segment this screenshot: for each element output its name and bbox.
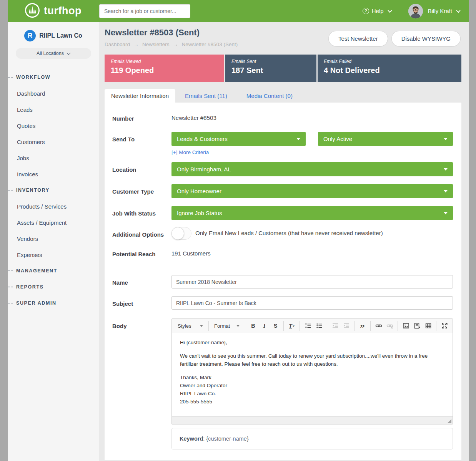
company-name: RIIPL Lawn Co — [39, 32, 82, 39]
sidebar-item-dashboard[interactable]: Dashboard — [8, 85, 99, 101]
stat-emails-viewed: Emails Viewed 119 Opened — [105, 55, 224, 82]
breadcrumb-newsletters[interactable]: Newsletters — [142, 41, 170, 47]
stat-value: 187 Sent — [231, 66, 310, 75]
potential-reach-label: Potential Reach — [112, 250, 171, 258]
sidebar-item-expenses[interactable]: Expenses — [8, 247, 99, 263]
new-leads-only-toggle[interactable] — [171, 227, 191, 240]
send-to-select[interactable]: Leads & Customers — [171, 132, 306, 146]
tab-media-content[interactable]: Media Content (0) — [237, 89, 302, 103]
numbered-list-icon[interactable] — [303, 321, 313, 331]
caret-down-icon — [444, 212, 448, 214]
format-dropdown[interactable]: Format — [211, 321, 243, 331]
italic-icon[interactable]: I — [260, 321, 269, 331]
right-gutter — [469, 0, 476, 461]
breadcrumb-dashboard[interactable]: Dashboard — [105, 41, 130, 47]
disable-wysiwyg-button[interactable]: Disable WYSIWYG — [391, 31, 461, 46]
maximize-icon[interactable] — [439, 321, 449, 331]
outdent-icon[interactable] — [330, 321, 340, 331]
body-label: Body — [112, 318, 171, 425]
sidebar-item-products-services[interactable]: Products / Services — [8, 198, 99, 214]
remove-format-icon[interactable]: Tx — [287, 321, 296, 331]
blockquote-icon[interactable]: ” — [358, 321, 367, 331]
job-status-label: Job With Status — [112, 206, 171, 220]
insert-template-icon[interactable] — [412, 321, 422, 331]
caret-down-icon — [444, 168, 448, 171]
resize-handle[interactable] — [448, 419, 451, 423]
editor-body[interactable]: Hi {customer-name}, We can't wait to see… — [172, 333, 453, 416]
user-chevron-down-icon[interactable] — [456, 8, 460, 12]
main-content: Newsletter #8503 (Sent) Dashboard → News… — [99, 22, 469, 461]
global-search-input[interactable] — [99, 4, 190, 18]
number-value: Newsletter #8503 — [171, 114, 453, 123]
user-name[interactable]: Billy Kraft — [428, 8, 452, 14]
send-to-label: Send To — [112, 132, 171, 146]
customer-type-select[interactable]: Only Homeowner — [171, 184, 453, 198]
nav-section-super-admin[interactable]: SUPER ADMIN — [8, 295, 99, 311]
stat-label: Emails Failed — [324, 59, 455, 64]
unlink-icon[interactable] — [385, 321, 394, 331]
caret-down-icon — [296, 138, 300, 140]
caret-down-icon — [444, 190, 448, 192]
format-dropdown-label: Format — [214, 323, 230, 329]
active-filter-select[interactable]: Only Active — [318, 132, 453, 146]
send-to-select-value: Leads & Customers — [177, 136, 228, 142]
image-icon[interactable] — [401, 321, 411, 331]
body-paragraph: Hi {customer-name}, — [180, 339, 444, 347]
location-label: Location — [112, 162, 171, 176]
styles-dropdown[interactable]: Styles — [175, 321, 206, 331]
chevron-down-icon — [388, 8, 392, 12]
breadcrumb-arrow-icon: → — [173, 41, 178, 47]
caret-down-icon — [444, 138, 448, 140]
stat-label: Emails Viewed — [111, 59, 218, 64]
stat-value: 119 Opened — [111, 66, 218, 75]
more-criteria-link[interactable]: [+] More Criteria — [171, 149, 453, 155]
sidebar-item-quotes[interactable]: Quotes — [8, 118, 99, 134]
additional-options-description: Only Email New Leads / Customers (that h… — [195, 227, 383, 236]
nav-section-reports[interactable]: REPORTS — [8, 279, 99, 295]
help-menu[interactable]: ? Help — [363, 8, 391, 14]
editor-statusbar — [172, 416, 453, 424]
table-icon[interactable] — [423, 321, 433, 331]
bulleted-list-icon[interactable] — [314, 321, 324, 331]
app-window: turfhop ? Help Billy — [8, 0, 469, 461]
newsletter-info-panel: Number Newsletter #8503 Send To Leads & … — [105, 103, 461, 460]
brand-logo[interactable]: turfhop — [8, 3, 99, 20]
sidebar-item-invoices[interactable]: Invoices — [8, 166, 99, 182]
customer-type-select-value: Only Homeowner — [177, 188, 221, 194]
company-logo-icon: R — [24, 30, 36, 41]
active-filter-select-value: Only Active — [323, 136, 352, 142]
nav-section-workflow[interactable]: WORKFLOW — [8, 69, 99, 85]
sidebar-item-leads[interactable]: Leads — [8, 101, 99, 118]
user-avatar[interactable] — [408, 4, 423, 18]
test-newsletter-button[interactable]: Test Newsletter — [328, 31, 388, 46]
keyword-value: : {customer-name} — [203, 436, 248, 442]
sidebar-nav: WORKFLOW Dashboard Leads Quotes Customer… — [8, 66, 99, 311]
name-input[interactable] — [171, 275, 453, 289]
additional-options-label: Additional Options — [112, 227, 171, 239]
sidebar-item-vendors[interactable]: Vendors — [8, 230, 99, 247]
nav-section-inventory[interactable]: INVENTORY — [8, 182, 99, 198]
sidebar-item-assets-equipment[interactable]: Assets / Equipment — [8, 214, 99, 230]
location-selector[interactable]: All Locations — [16, 48, 91, 59]
nav-section-management[interactable]: MANAGEMENT — [8, 263, 99, 279]
stat-emails-failed: Emails Failed 4 Not Delivered — [318, 55, 461, 82]
location-select-value: Only Birmingham, AL — [177, 166, 231, 172]
tab-newsletter-information[interactable]: Newsletter Information — [105, 89, 175, 103]
bold-icon[interactable]: B — [248, 321, 258, 331]
editor-toolbar: Styles Format B I — [172, 319, 453, 333]
tab-emails-sent[interactable]: Emails Sent (11) — [175, 89, 237, 103]
link-icon[interactable] — [374, 321, 383, 331]
location-select[interactable]: Only Birmingham, AL — [171, 162, 453, 176]
job-status-select-value: Ignore Job Status — [177, 210, 222, 216]
potential-reach-value: 191 Customers — [171, 250, 453, 258]
sidebar-item-jobs[interactable]: Jobs — [8, 150, 99, 166]
stats-row: Emails Viewed 119 Opened Emails Sent 187… — [105, 55, 461, 82]
job-status-select[interactable]: Ignore Job Status — [171, 206, 453, 220]
stat-label: Emails Sent — [231, 59, 310, 64]
sidebar-item-customers[interactable]: Customers — [8, 134, 99, 150]
toggle-knob — [171, 227, 184, 240]
indent-icon[interactable] — [341, 321, 351, 331]
subject-input[interactable] — [171, 296, 453, 310]
body-signature-line: 205-555-5555 — [180, 398, 444, 406]
strikethrough-icon[interactable]: S — [271, 321, 280, 331]
